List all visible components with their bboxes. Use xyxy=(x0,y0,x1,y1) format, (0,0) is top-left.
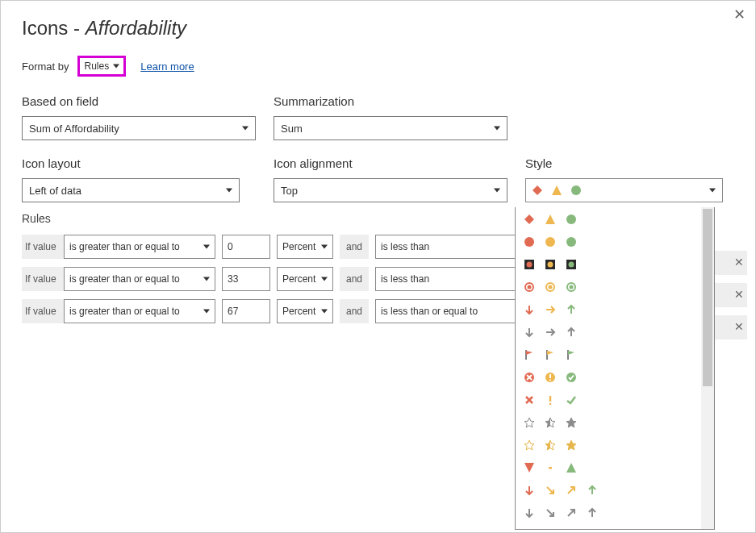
value-1-input[interactable]: 33 xyxy=(222,267,270,291)
style-icon xyxy=(566,214,577,225)
operator-1-select[interactable]: is greater than or equal to xyxy=(64,267,215,291)
dialog-title: Icons - Affordability xyxy=(22,17,734,40)
style-option[interactable] xyxy=(520,504,709,522)
summarization-select[interactable]: Sum xyxy=(274,116,507,140)
style-option[interactable] xyxy=(520,459,709,477)
scrollbar-thumb[interactable] xyxy=(703,209,712,386)
svg-line-52 xyxy=(568,487,574,493)
svg-marker-46 xyxy=(566,440,576,450)
svg-marker-0 xyxy=(533,185,542,195)
rule-row: If valueis greater than or equal to67Per… xyxy=(22,299,588,323)
style-icon xyxy=(524,507,535,518)
unit-1-select[interactable]: Percent xyxy=(277,235,333,259)
if-value-label: If value xyxy=(22,267,64,291)
close-icon[interactable]: ✕ xyxy=(734,320,744,333)
format-by-select[interactable]: Rules xyxy=(77,56,127,77)
svg-point-10 xyxy=(527,262,533,268)
operator-2-select[interactable]: is less than xyxy=(375,235,527,259)
style-icon xyxy=(524,417,535,428)
style-option[interactable] xyxy=(520,278,709,296)
operator-2-value: is less than or equal to xyxy=(381,306,478,317)
format-by-value: Rules xyxy=(85,60,110,72)
style-icon xyxy=(566,281,577,293)
style-option[interactable] xyxy=(520,391,709,409)
svg-line-55 xyxy=(547,510,553,516)
operator-1-select[interactable]: is greater than or equal to xyxy=(64,299,215,323)
icon-alignment-select[interactable]: Top xyxy=(274,178,507,202)
style-icon xyxy=(566,462,577,473)
value-1-input[interactable]: 0 xyxy=(222,235,270,259)
style-option[interactable] xyxy=(520,414,709,431)
if-value-label: If value xyxy=(22,299,64,323)
svg-point-7 xyxy=(545,237,555,247)
style-option[interactable] xyxy=(520,527,709,530)
style-option[interactable] xyxy=(520,210,709,228)
scrollbar[interactable] xyxy=(701,207,714,529)
unit-1-value: Percent xyxy=(282,306,315,317)
style-icon xyxy=(524,349,535,360)
unit-1-select[interactable]: Percent xyxy=(277,267,333,291)
if-value-label: If value xyxy=(22,235,64,259)
style-option[interactable] xyxy=(520,481,709,499)
unit-1-value: Percent xyxy=(282,273,315,285)
style-icon xyxy=(566,372,577,383)
style-icon xyxy=(545,214,556,225)
unit-1-select[interactable]: Percent xyxy=(277,299,333,323)
operator-1-value: is greater than or equal to xyxy=(69,306,180,317)
style-icon xyxy=(524,372,535,383)
style-option[interactable] xyxy=(520,346,709,364)
and-label: and xyxy=(340,235,369,259)
svg-point-18 xyxy=(549,285,553,289)
based-on-field-label: Based on field xyxy=(22,94,264,108)
based-on-field-value: Sum of Affordability xyxy=(29,123,119,135)
based-on-field-select[interactable]: Sum of Affordability xyxy=(22,116,256,140)
style-option[interactable] xyxy=(520,323,709,341)
svg-point-8 xyxy=(566,237,576,247)
svg-point-2 xyxy=(571,185,581,195)
style-icon xyxy=(566,327,577,338)
style-icon xyxy=(566,349,577,360)
value-1: 0 xyxy=(228,241,233,252)
rules-list: If valueis greater than or equal to0Perc… xyxy=(22,235,588,331)
style-icon xyxy=(545,304,556,315)
close-icon[interactable]: ✕ xyxy=(733,7,746,22)
style-option[interactable] xyxy=(520,301,709,319)
and-label: and xyxy=(340,299,369,323)
icon-alignment-value: Top xyxy=(281,185,298,197)
style-icon xyxy=(524,485,535,496)
style-icon xyxy=(587,485,598,496)
svg-line-56 xyxy=(568,510,574,516)
close-icon[interactable]: ✕ xyxy=(734,288,744,301)
icon-layout-select[interactable]: Left of data xyxy=(22,178,240,202)
svg-point-14 xyxy=(569,262,574,268)
title-prefix: Icons - xyxy=(22,17,86,39)
close-icon[interactable]: ✕ xyxy=(734,256,744,269)
style-option[interactable] xyxy=(520,233,709,251)
svg-marker-47 xyxy=(524,463,534,473)
style-option[interactable] xyxy=(520,436,709,454)
rule-row: If valueis greater than or equal to0Perc… xyxy=(22,235,588,259)
style-option[interactable] xyxy=(520,369,709,386)
style-icon xyxy=(566,304,577,315)
style-option[interactable] xyxy=(520,256,709,273)
value-1-input[interactable]: 67 xyxy=(222,299,270,323)
style-label: Style xyxy=(525,156,756,170)
operator-1-select[interactable]: is greater than or equal to xyxy=(64,235,215,259)
style-icon xyxy=(545,349,556,360)
unit-1-value: Percent xyxy=(282,241,315,252)
diamond-icon xyxy=(533,185,542,195)
svg-line-51 xyxy=(547,487,553,493)
and-label: and xyxy=(340,267,369,291)
style-icon xyxy=(545,327,556,338)
value-1: 67 xyxy=(228,306,238,317)
summarization-value: Sum xyxy=(281,123,303,135)
style-icon xyxy=(524,394,535,406)
format-by-label: Format by xyxy=(22,60,69,73)
learn-more-link[interactable]: Learn more xyxy=(140,60,194,73)
style-icon xyxy=(566,236,577,248)
rule-row: If valueis greater than or equal to33Per… xyxy=(22,267,588,291)
operator-2-select[interactable]: is less than or equal to xyxy=(375,299,527,323)
style-select[interactable] xyxy=(525,178,723,202)
operator-2-select[interactable]: is less than xyxy=(375,267,527,291)
svg-marker-42 xyxy=(524,440,534,450)
